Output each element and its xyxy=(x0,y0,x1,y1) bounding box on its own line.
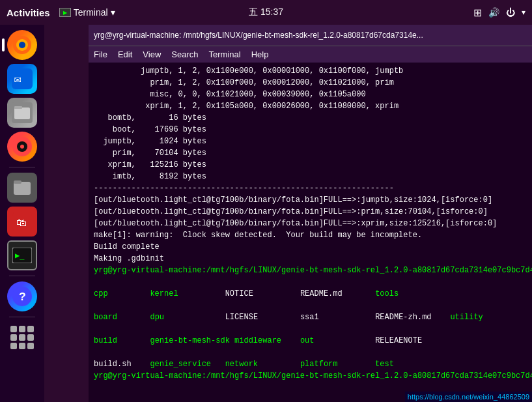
top-bar: Activities Terminal ▾ 五 15:37 ⊞ 🔊 ⏻ ▾ xyxy=(0,0,532,25)
line-making-gdbinit: Making .gdbinit xyxy=(94,253,532,265)
sidebar-item-firefox[interactable] xyxy=(7,30,37,60)
datetime: 五 15:37 xyxy=(249,7,283,18)
watermark: https://blog.csdn.net/weixin_44862509 xyxy=(405,392,532,402)
line-build-complete: Build complete xyxy=(94,241,532,253)
menu-view[interactable]: View xyxy=(143,50,161,59)
line-bomtb-size: bomtb, 16 bytes xyxy=(94,112,532,124)
sidebar-item-filemanager[interactable] xyxy=(7,173,37,203)
line-misc: misc, 0, 0, 0x11021000, 0x00039000, 0x11… xyxy=(94,89,532,100)
line-ls-row2: board dpu LICENSE ssa1 README-zh.md util… xyxy=(94,300,532,323)
svg-text:✉: ✉ xyxy=(14,73,21,86)
volume-icon[interactable]: 🔊 xyxy=(488,7,499,18)
line-separator: ----------------------------------------… xyxy=(94,182,532,194)
line-warning: make[1]: warning: Clock skew detected. Y… xyxy=(94,229,532,241)
svg-rect-6 xyxy=(14,108,30,119)
dock-separator-2 xyxy=(9,276,35,276)
menu-file[interactable]: File xyxy=(94,50,107,59)
dock-separator-1 xyxy=(9,167,35,167)
svg-text:?: ? xyxy=(19,291,26,304)
sidebar-item-software[interactable]: 🛍 xyxy=(7,207,37,237)
svg-rect-7 xyxy=(14,106,22,109)
sidebar-item-terminal[interactable]: ▶_ xyxy=(7,240,37,270)
line-fota2: [out/bluetooth.light_ctl@tg7100b/binary/… xyxy=(94,206,532,218)
line-xprim: xprim, 1, 2, 0x1105a000, 0x00026000, 0x1… xyxy=(94,100,532,112)
sidebar-item-apps[interactable] xyxy=(7,323,37,352)
power-icon[interactable]: ⏻ xyxy=(506,7,515,18)
sidebar-item-files[interactable] xyxy=(7,98,37,128)
terminal-taskbar-arrow: ▾ xyxy=(111,7,115,18)
line-boot-size: boot, 17696 bytes xyxy=(94,124,532,136)
line-prompt2: yrg@yrg-virtual-machine:/mnt/hgfs/LINUX/… xyxy=(94,370,532,382)
line-jumptb: jumptb, 1, 2, 0x1100e000, 0x00001000, 0x… xyxy=(94,65,532,77)
line-prim: prim, 1, 2, 0x1100f000, 0x00012000, 0x11… xyxy=(94,77,532,89)
line-jumptb-size: jumptb, 1024 bytes xyxy=(94,136,532,147)
line-imtb-size: imtb, 8192 bytes xyxy=(94,171,532,182)
svg-point-2 xyxy=(19,42,25,48)
top-bar-left: Activities Terminal ▾ xyxy=(7,7,115,18)
terminal-window: yrg@yrg-virtual-machine: /mnt/hgfs/LINUX… xyxy=(89,25,532,402)
window-title: yrg@yrg-virtual-machine: /mnt/hgfs/LINUX… xyxy=(94,31,532,40)
sidebar-item-rhythmbox[interactable] xyxy=(7,132,37,162)
sidebar-item-thunderbird[interactable]: ✉ xyxy=(7,64,37,94)
sidebar-item-help[interactable]: ? xyxy=(7,281,37,311)
menu-terminal[interactable]: Terminal xyxy=(209,50,241,59)
menu-search[interactable]: Search xyxy=(171,50,198,59)
menu-edit[interactable]: Edit xyxy=(118,50,132,59)
line-prim-size: prim, 70104 bytes xyxy=(94,147,532,159)
line-ls-row3: build genie-bt-mesh-sdk middleware out R… xyxy=(94,323,532,347)
line-fota1: [out/bluetooth.light_ctl@tg7100b/binary/… xyxy=(94,194,532,206)
line-fota3: [out/bluetooth.light_ctl@tg7100b/binary/… xyxy=(94,218,532,229)
terminal-taskbar-label: Terminal xyxy=(74,7,108,18)
terminal-output[interactable]: jumptb, 1, 2, 0x1100e000, 0x00001000, 0x… xyxy=(89,63,532,402)
svg-rect-12 xyxy=(14,180,21,184)
svg-text:▶_: ▶_ xyxy=(15,251,25,260)
line-prompt-ls: yrg@yrg-virtual-machine:/mnt/hgfs/LINUX/… xyxy=(94,265,532,276)
sidebar-dock: ✉ 🛍 ▶_ xyxy=(0,25,44,402)
activities-button[interactable]: Activities xyxy=(7,7,50,18)
terminal-taskbar-icon xyxy=(59,8,71,17)
dock-separator-3 xyxy=(9,317,35,317)
svg-point-10 xyxy=(20,145,24,149)
network-icon[interactable]: ⊞ xyxy=(473,7,482,19)
svg-text:🛍: 🛍 xyxy=(16,218,27,229)
line-ls-row1: cpp kernel NOTICE README.md tools xyxy=(94,276,532,300)
line-ls-row4: build.sh genie_service network platform … xyxy=(94,347,532,370)
top-bar-right: ⊞ 🔊 ⏻ ▾ xyxy=(473,7,525,19)
window-titlebar: yrg@yrg-virtual-machine: /mnt/hgfs/LINUX… xyxy=(89,25,532,46)
system-arrow-icon[interactable]: ▾ xyxy=(522,8,525,17)
menu-bar: File Edit View Search Terminal Help xyxy=(89,46,532,63)
line-xprim-size: xprim, 125216 bytes xyxy=(94,159,532,171)
menu-help[interactable]: Help xyxy=(251,50,269,59)
terminal-taskbar[interactable]: Terminal ▾ xyxy=(59,7,115,18)
